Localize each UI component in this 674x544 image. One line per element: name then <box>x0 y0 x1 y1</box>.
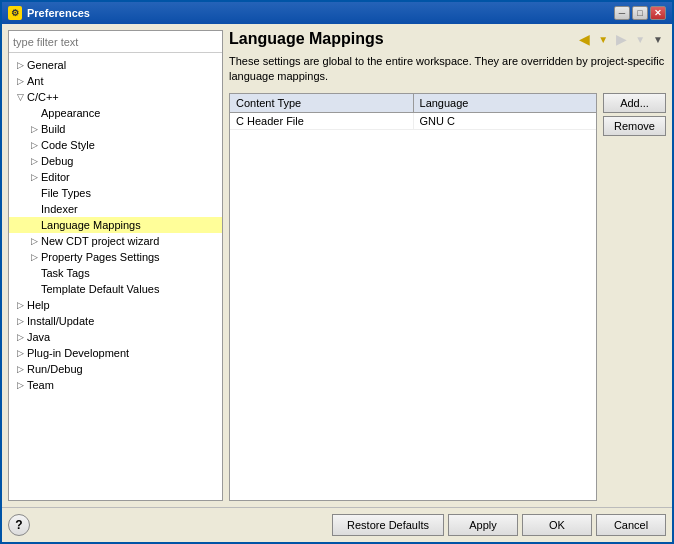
tree-expand-icon-editor: ▷ <box>27 170 41 184</box>
tree-label-newcdtproject: New CDT project wizard <box>41 235 159 247</box>
tree-expand-icon-newcdtproject: ▷ <box>27 234 41 248</box>
tree-item-codestyle[interactable]: ▷Code Style <box>9 137 222 153</box>
tree-expand-icon-debug: ▷ <box>27 154 41 168</box>
tree-expand-icon-tasktags <box>27 266 41 280</box>
table-wrapper: Content Type Language C Header FileGNU C <box>229 93 597 501</box>
tree-label-codestyle: Code Style <box>41 139 95 151</box>
tree-expand-icon-java: ▷ <box>13 330 27 344</box>
tree-item-team[interactable]: ▷Team <box>9 377 222 393</box>
window-title: Preferences <box>27 7 614 19</box>
tree-expand-icon-templatedefault <box>27 282 41 296</box>
tree-label-installupdate: Install/Update <box>27 315 94 327</box>
tree-expand-icon-installupdate: ▷ <box>13 314 27 328</box>
tree-item-languagemappings[interactable]: Language Mappings <box>9 217 222 233</box>
tree-expand-icon-appearance <box>27 106 41 120</box>
tree-item-newcdtproject[interactable]: ▷New CDT project wizard <box>9 233 222 249</box>
table-container: Content Type Language C Header FileGNU C <box>229 93 597 501</box>
window-controls: ─ □ ✕ <box>614 6 666 20</box>
tree-label-languagemappings: Language Mappings <box>41 219 141 231</box>
minimize-button[interactable]: ─ <box>614 6 630 20</box>
tree-label-tasktags: Task Tags <box>41 267 90 279</box>
tree-label-java: Java <box>27 331 50 343</box>
table-body: C Header FileGNU C <box>230 113 596 500</box>
remove-button[interactable]: Remove <box>603 116 666 136</box>
maximize-button[interactable]: □ <box>632 6 648 20</box>
tree-expand-icon-build: ▷ <box>27 122 41 136</box>
tree-expand-icon-team: ▷ <box>13 378 27 392</box>
menu-button[interactable]: ▼ <box>650 33 666 46</box>
tree-item-templatedefault[interactable]: Template Default Values <box>9 281 222 297</box>
bottom-left: ? <box>8 514 30 536</box>
restore-defaults-button[interactable]: Restore Defaults <box>332 514 444 536</box>
tree-label-appearance: Appearance <box>41 107 100 119</box>
tree-label-general: General <box>27 59 66 71</box>
tree-item-editor[interactable]: ▷Editor <box>9 169 222 185</box>
tree-label-filetypes: File Types <box>41 187 91 199</box>
cell-content-type: C Header File <box>230 113 414 129</box>
table-header: Content Type Language <box>230 94 596 113</box>
bottom-right-buttons: Restore Defaults Apply OK Cancel <box>332 514 666 536</box>
cancel-button[interactable]: Cancel <box>596 514 666 536</box>
content-area: Content Type Language C Header FileGNU C… <box>229 93 666 501</box>
tree-label-team: Team <box>27 379 54 391</box>
description-text: These settings are global to the entire … <box>229 54 666 85</box>
panel-title: Language Mappings <box>229 30 384 48</box>
tree-label-editor: Editor <box>41 171 70 183</box>
tree-label-templatedefault: Template Default Values <box>41 283 159 295</box>
tree-item-build[interactable]: ▷Build <box>9 121 222 137</box>
tree-item-rundebug[interactable]: ▷Run/Debug <box>9 361 222 377</box>
tree-item-tasktags[interactable]: Task Tags <box>9 265 222 281</box>
tree-expand-icon-propertypages: ▷ <box>27 250 41 264</box>
tree-item-filetypes[interactable]: File Types <box>9 185 222 201</box>
tree-container: ▷General▷Ant▽C/C++Appearance▷Build▷Code … <box>9 53 222 500</box>
back-button[interactable]: ◀ <box>576 30 593 48</box>
tree-expand-icon-rundebug: ▷ <box>13 362 27 376</box>
main-content: ▷General▷Ant▽C/C++Appearance▷Build▷Code … <box>2 24 672 507</box>
tree-item-indexer[interactable]: Indexer <box>9 201 222 217</box>
side-buttons: Add... Remove <box>603 93 666 501</box>
tree-item-java[interactable]: ▷Java <box>9 329 222 345</box>
left-panel: ▷General▷Ant▽C/C++Appearance▷Build▷Code … <box>8 30 223 501</box>
apply-button[interactable]: Apply <box>448 514 518 536</box>
tree-expand-icon-languagemappings <box>27 218 41 232</box>
tree-item-cpp[interactable]: ▽C/C++ <box>9 89 222 105</box>
tree-label-indexer: Indexer <box>41 203 78 215</box>
tree-label-cpp: C/C++ <box>27 91 59 103</box>
table-row[interactable]: C Header FileGNU C <box>230 113 596 130</box>
close-button[interactable]: ✕ <box>650 6 666 20</box>
tree-label-ant: Ant <box>27 75 44 87</box>
tree-item-plugindev[interactable]: ▷Plug-in Development <box>9 345 222 361</box>
bottom-bar: ? Restore Defaults Apply OK Cancel <box>2 507 672 542</box>
tree-label-build: Build <box>41 123 65 135</box>
tree-item-propertypages[interactable]: ▷Property Pages Settings <box>9 249 222 265</box>
tree-expand-icon-help: ▷ <box>13 298 27 312</box>
tree-label-rundebug: Run/Debug <box>27 363 83 375</box>
ok-button[interactable]: OK <box>522 514 592 536</box>
filter-input[interactable] <box>9 31 222 53</box>
tree-label-debug: Debug <box>41 155 73 167</box>
tree-expand-icon-indexer <box>27 202 41 216</box>
tree-item-debug[interactable]: ▷Debug <box>9 153 222 169</box>
add-button[interactable]: Add... <box>603 93 666 113</box>
tree-item-installupdate[interactable]: ▷Install/Update <box>9 313 222 329</box>
tree-expand-icon-plugindev: ▷ <box>13 346 27 360</box>
help-button[interactable]: ? <box>8 514 30 536</box>
col-header-content-type: Content Type <box>230 94 414 112</box>
tree-item-general[interactable]: ▷General <box>9 57 222 73</box>
toolbar-buttons: ◀ ▼ ▶ ▼ ▼ <box>576 30 666 48</box>
tree-item-ant[interactable]: ▷Ant <box>9 73 222 89</box>
tree-expand-icon-cpp: ▽ <box>13 90 27 104</box>
tree-label-plugindev: Plug-in Development <box>27 347 129 359</box>
preferences-window: ⚙ Preferences ─ □ ✕ ▷General▷Ant▽C/C++Ap… <box>0 0 674 544</box>
tree-item-help[interactable]: ▷Help <box>9 297 222 313</box>
cell-language: GNU C <box>414 113 597 129</box>
back-dropdown-button[interactable]: ▼ <box>595 33 611 46</box>
tree-label-help: Help <box>27 299 50 311</box>
title-bar: ⚙ Preferences ─ □ ✕ <box>2 2 672 24</box>
tree-expand-icon-ant: ▷ <box>13 74 27 88</box>
tree-item-appearance[interactable]: Appearance <box>9 105 222 121</box>
tree-expand-icon-codestyle: ▷ <box>27 138 41 152</box>
forward-button[interactable]: ▶ <box>613 30 630 48</box>
tree-label-propertypages: Property Pages Settings <box>41 251 160 263</box>
forward-dropdown-button[interactable]: ▼ <box>632 33 648 46</box>
